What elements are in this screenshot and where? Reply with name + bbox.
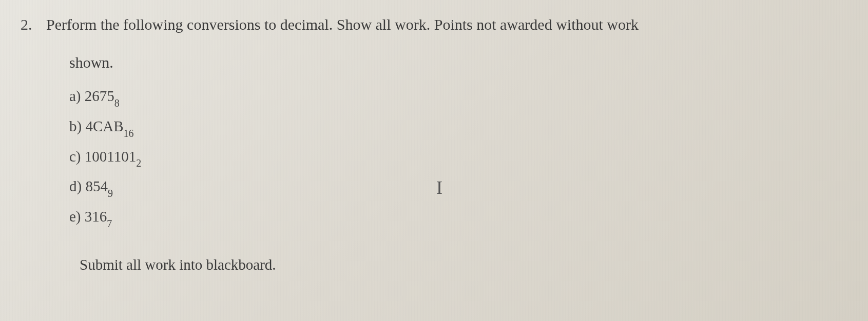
item-c: c) 10011012: [69, 147, 847, 168]
item-value: 4CAB: [85, 118, 123, 134]
question-text-line2: shown.: [69, 54, 847, 71]
item-value: 2675: [85, 88, 114, 104]
item-list: a) 26758 b) 4CAB16 c) 10011012 d) 8549 e…: [69, 87, 847, 228]
item-base: 8: [114, 97, 120, 109]
text-cursor-icon: I: [436, 177, 442, 198]
item-value: 316: [85, 208, 107, 225]
item-base: 16: [124, 128, 134, 139]
item-label: d): [69, 178, 82, 194]
document-content: 2. Perform the following conversions to …: [0, 0, 868, 294]
question-number: 2.: [21, 16, 46, 33]
question-header: 2. Perform the following conversions to …: [21, 13, 847, 36]
item-value: 1001101: [85, 148, 136, 165]
question-text-line1: Perform the following conversions to dec…: [46, 13, 639, 36]
item-value: 854: [85, 178, 108, 194]
item-a: a) 26758: [69, 87, 847, 108]
item-e: e) 3167: [69, 207, 847, 228]
item-label: a): [69, 88, 81, 104]
item-base: 9: [108, 188, 113, 199]
item-label: b): [69, 118, 82, 134]
item-label: c): [69, 148, 81, 165]
item-base: 2: [136, 157, 141, 169]
item-b: b) 4CAB16: [69, 117, 847, 138]
item-d: d) 8549: [69, 177, 847, 198]
footer-instruction: Submit all work into blackboard.: [80, 256, 847, 273]
item-label: e): [69, 208, 81, 225]
item-base: 7: [107, 218, 112, 229]
